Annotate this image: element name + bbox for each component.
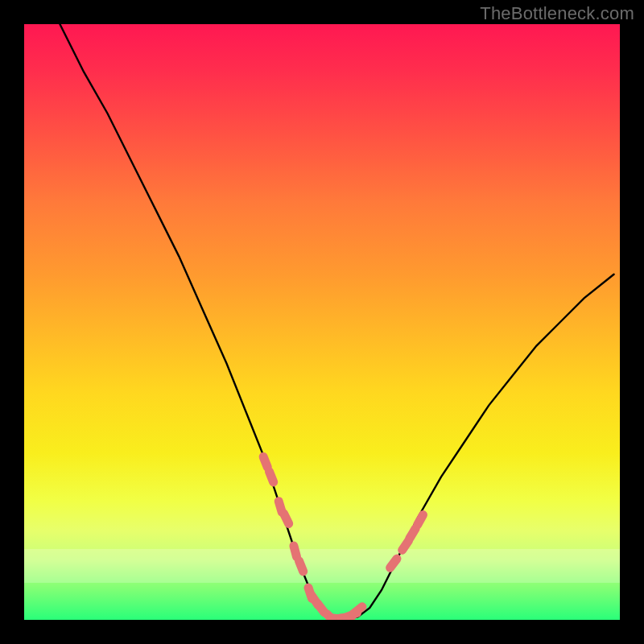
marker-dot [410,529,415,539]
marker-dots [263,456,423,620]
plot-svg [24,24,620,620]
marker-dot [294,546,297,557]
marker-dot [390,559,397,568]
bottleneck-curve [60,24,613,619]
marker-dot [263,456,267,467]
watermark-text: TheBottleneck.com [480,3,634,24]
plot-area [24,24,620,620]
marker-dot [418,515,423,525]
marker-dot [284,514,289,524]
marker-dot [299,561,303,572]
marker-dot [353,607,362,614]
marker-dot [317,604,324,613]
marker-dot [270,472,274,482]
chart-frame: TheBottleneck.com [0,0,644,644]
